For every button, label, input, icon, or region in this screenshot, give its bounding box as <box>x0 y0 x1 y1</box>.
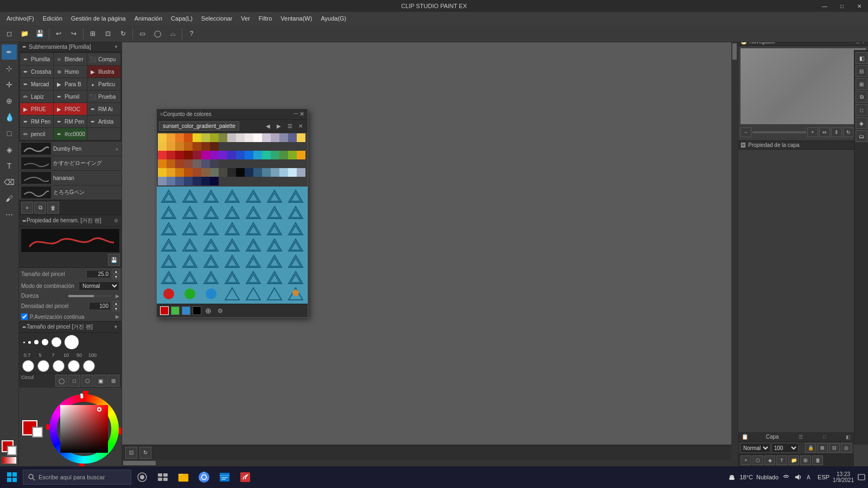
layer-add-folder-btn[interactable]: 📁 <box>788 455 799 465</box>
color-swatch[interactable] <box>227 151 236 159</box>
size-up-btn[interactable]: ▲ <box>113 269 119 274</box>
menu-capa[interactable]: Capa(L) <box>167 14 197 23</box>
subtool-rmai[interactable]: ✒ RM Ai <box>87 103 120 115</box>
color-swatch[interactable] <box>175 168 184 177</box>
color-swatch[interactable] <box>193 168 201 177</box>
subtool-illustra[interactable]: ▶ Illustra <box>87 66 120 78</box>
color-swatch[interactable] <box>210 133 219 142</box>
brush-copy-btn[interactable]: ⧉ <box>34 202 46 214</box>
color-swatch[interactable] <box>262 133 271 142</box>
color-swatch[interactable] <box>210 177 219 185</box>
color-swatch[interactable] <box>158 133 167 142</box>
brush-dot-2[interactable] <box>28 341 31 344</box>
stamp-item[interactable] <box>180 189 200 204</box>
stamp-item[interactable] <box>243 254 263 269</box>
stamp-item[interactable] <box>201 237 221 253</box>
color-swatch[interactable] <box>201 168 210 177</box>
color-swatch[interactable] <box>175 133 184 142</box>
circle-4[interactable] <box>68 360 80 372</box>
subtool-proc[interactable]: ▶ PROC <box>54 103 87 115</box>
stamp-item[interactable] <box>222 189 242 204</box>
color-swatch[interactable] <box>201 177 210 185</box>
layer-add-fill-btn[interactable]: ◈ <box>764 455 775 465</box>
brush-shape-btn1[interactable]: ◯ <box>55 375 67 387</box>
layer-clip-btn[interactable]: ⊟ <box>829 443 840 453</box>
color-swatch[interactable] <box>262 168 271 177</box>
size-input[interactable] <box>86 270 111 278</box>
density-up-btn[interactable]: ▲ <box>113 301 119 306</box>
stamp-item[interactable] <box>159 254 179 269</box>
color-swatch[interactable] <box>158 142 167 151</box>
nav-zoom-slider[interactable] <box>752 131 806 133</box>
stamp-item-footer[interactable] <box>180 286 200 301</box>
toolbar-save[interactable]: 💾 <box>33 27 47 41</box>
toolbar-open[interactable]: 📁 <box>17 27 31 41</box>
color-swatch[interactable] <box>167 159 175 168</box>
toolbar-transform[interactable]: ⊞ <box>86 27 100 41</box>
hardness-slider[interactable] <box>68 295 111 297</box>
menu-ayuda[interactable]: Ayuda(G) <box>316 14 350 23</box>
tool-fill[interactable]: ◈ <box>2 142 17 157</box>
stamp-item[interactable] <box>201 254 221 269</box>
layer-lock2-btn[interactable]: ⊠ <box>817 443 828 453</box>
menu-filtro[interactable]: Filtro <box>254 14 276 23</box>
color-swatch[interactable] <box>175 177 184 185</box>
palette-tab-main[interactable]: sunset_color_gradient_palette <box>159 121 239 131</box>
color-swatch[interactable] <box>158 159 167 168</box>
brush-shape-btn3[interactable]: ⬡ <box>81 375 93 387</box>
subtool-marcad[interactable]: ✒ Marcad <box>20 78 53 90</box>
toolbar-select-ellipse[interactable]: ◯ <box>150 27 164 41</box>
tool-brush[interactable]: 🖌 <box>2 191 17 206</box>
nav-zoom-in-btn[interactable]: + <box>807 127 818 137</box>
footer-swatch-blue[interactable] <box>182 306 190 315</box>
stamp-item[interactable] <box>285 270 305 285</box>
stamp-item[interactable] <box>222 254 242 269</box>
stamp-item[interactable] <box>243 237 263 253</box>
taskbar-csp[interactable] <box>235 467 255 487</box>
stamp-item[interactable] <box>159 221 179 236</box>
color-swatch[interactable] <box>271 133 279 142</box>
subtool-blender[interactable]: ≈ Blender <box>54 53 87 65</box>
layer-menu[interactable]: ☰ <box>799 434 803 440</box>
layer-type-icon1[interactable]: □ <box>823 434 826 440</box>
color-swatch[interactable] <box>193 133 201 142</box>
toolbar-undo[interactable]: ↩ <box>52 27 66 41</box>
footer-add-icon[interactable]: ⊕ <box>203 306 213 316</box>
stamp-item[interactable] <box>159 237 179 253</box>
toolbar-help[interactable]: ? <box>184 27 199 41</box>
taskbar-clock[interactable]: 13:23 1/9/2021 <box>833 471 854 483</box>
tool-eraser[interactable]: ⌫ <box>2 175 17 190</box>
layer-type-icon2[interactable]: ◧ <box>846 434 851 440</box>
color-swatch[interactable] <box>193 177 201 185</box>
size-collapse-icon[interactable]: ▼ <box>113 324 118 330</box>
dialog-minimize-icon[interactable]: — <box>293 111 298 118</box>
layer-add-raster-btn[interactable]: + <box>741 455 751 465</box>
props-expand-icon[interactable]: ▶ <box>116 314 119 319</box>
circle-1[interactable] <box>22 360 34 372</box>
toolbar-select-rect[interactable]: ▭ <box>135 27 149 41</box>
tool-shape[interactable]: □ <box>2 126 17 141</box>
footer-swatch-green[interactable] <box>171 306 180 315</box>
tool-pen[interactable]: ✒ <box>2 44 17 60</box>
color-swatch[interactable] <box>210 142 219 151</box>
color-swatch[interactable] <box>297 133 305 142</box>
canvas-rotate-btn[interactable]: ↻ <box>139 447 151 459</box>
toolbar-new[interactable]: ◻ <box>2 27 16 41</box>
v-scroll-thumb[interactable] <box>732 43 737 60</box>
stamp-item[interactable] <box>285 254 305 269</box>
color-swatch[interactable] <box>219 151 227 159</box>
subtool-parab[interactable]: ▶ Para B <box>54 78 87 90</box>
brush-dot-5[interactable] <box>52 337 61 347</box>
stamp-item[interactable] <box>180 270 200 285</box>
props-gear-icon[interactable]: ⚙ <box>114 218 118 223</box>
stamp-item[interactable] <box>159 205 179 220</box>
color-swatch[interactable] <box>271 151 279 159</box>
stamp-item[interactable] <box>180 221 200 236</box>
nav-zoom-out-btn[interactable]: − <box>741 127 751 137</box>
layer-opacity-select[interactable]: 100 <box>771 443 799 453</box>
stamp-item[interactable] <box>243 221 263 236</box>
color-swatch[interactable] <box>245 168 253 177</box>
color-swatch[interactable] <box>158 151 167 159</box>
tool-zoom[interactable]: ⊕ <box>2 93 17 108</box>
brush-item-tororo[interactable]: とろろGペン <box>19 185 122 200</box>
